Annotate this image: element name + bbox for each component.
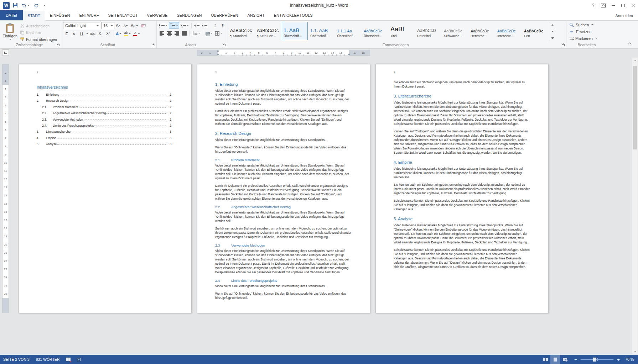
proofing-status-button[interactable]	[63, 355, 74, 364]
ribbon-display-options-button[interactable]	[598, 0, 608, 11]
first-line-indent-marker[interactable]	[217, 51, 219, 52]
font-color-button[interactable]: A	[132, 30, 141, 37]
zoom-slider[interactable]	[581, 357, 613, 362]
tab-ansicht[interactable]: ANSICHT	[243, 10, 269, 20]
tab-verweise[interactable]: VERWEISE	[142, 10, 172, 20]
help-button[interactable]: ?	[588, 0, 598, 11]
change-case-button[interactable]: Aa	[130, 22, 139, 29]
copy-button[interactable]: Kopieren	[19, 30, 58, 36]
paragraph-dialog-launcher[interactable]	[222, 43, 226, 47]
page-3[interactable]: 3 Sie können auch ein Stichwort eingeben…	[375, 64, 549, 313]
select-button[interactable]: Markieren	[570, 35, 597, 41]
horizontal-ruler[interactable]: 21 123456789101112131415 1718	[197, 50, 370, 56]
style-card-überschrif-[interactable]: 1.1.1 AaÜberschrif...	[335, 22, 361, 40]
style-card-hervorhe-[interactable]: AaBbCcDcHervorhe...	[469, 22, 495, 40]
highlight-button[interactable]: ab	[123, 30, 132, 37]
zoom-out-button[interactable]: −	[573, 357, 578, 362]
numbering-button[interactable]	[169, 22, 179, 29]
toc-entry[interactable]: 2.2.Angestrebter wissenschaftlicher Beit…	[37, 111, 171, 117]
clipboard-dialog-launcher[interactable]	[56, 43, 60, 47]
save-button[interactable]	[12, 1, 18, 9]
vertical-scrollbar[interactable]	[632, 58, 638, 354]
right-indent-marker[interactable]	[348, 53, 351, 55]
tab-einf-gen[interactable]: EINFÜGEN	[45, 10, 75, 20]
style-card--standard[interactable]: AaBbCcDc¶ Standard	[228, 22, 254, 40]
increase-indent-button[interactable]	[201, 22, 208, 29]
style-card-schwache-[interactable]: AaBbCcDcSchwache...	[442, 22, 468, 40]
strikethrough-button[interactable]: abc	[89, 30, 97, 37]
toc-entry[interactable]: 2.4.Limite des Forschungsprojekts2	[37, 124, 171, 130]
align-center-button[interactable]	[166, 30, 173, 37]
zoom-level[interactable]: 70 %	[624, 357, 638, 362]
styles-dialog-launcher[interactable]	[561, 43, 565, 47]
borders-button[interactable]	[214, 30, 223, 37]
web-layout-button[interactable]	[560, 355, 570, 364]
text-effects-button[interactable]: A	[115, 30, 123, 37]
line-spacing-button[interactable]	[191, 30, 201, 37]
sign-in-link[interactable]: Anmelden	[610, 11, 638, 20]
style-card-fett[interactable]: AaBbCcDcFett	[522, 22, 548, 40]
grow-font-button[interactable]: A	[115, 22, 122, 29]
toc-entry[interactable]: 1.Einleitung2	[37, 93, 171, 99]
scrollbar-thumb[interactable]	[633, 66, 637, 149]
align-left-button[interactable]	[158, 30, 165, 37]
tab-start[interactable]: START	[23, 11, 45, 21]
toc-entry[interactable]: 2.3.Verwendete Methoden2	[37, 118, 171, 124]
gallery-scroll-down-button[interactable]	[550, 28, 555, 35]
page-2[interactable]: 2 1. EinleitungVideo bietet eine leistun…	[197, 64, 370, 313]
cut-button[interactable]: Ausschneiden	[19, 23, 58, 29]
toc-entry[interactable]: 3.Literaturrecherche3	[37, 130, 171, 136]
style-card-überschrif-[interactable]: 1. AaBÜberschrif...	[282, 22, 308, 40]
page-indicator[interactable]: SEITE 2 VON 3	[0, 355, 33, 364]
tab-datei[interactable]: DATEI	[0, 10, 23, 20]
scrollbar-up-button[interactable]	[632, 58, 638, 63]
vertical-ruler[interactable]: 21 1234567891011121314151617181920212223…	[2, 64, 9, 313]
page-1[interactable]: 1 Inhaltsverzeichnis 1.Einleitung22.Rese…	[19, 64, 192, 313]
style-card-überschrif-[interactable]: 1.1. AaBÜberschrif...	[308, 22, 334, 40]
shading-button[interactable]	[204, 30, 214, 37]
left-indent-marker[interactable]	[217, 53, 219, 55]
replace-button[interactable]: abErsetzen	[570, 28, 591, 35]
undo-button[interactable]	[21, 1, 30, 9]
bold-button[interactable]: F	[63, 30, 70, 37]
minimize-button[interactable]	[608, 0, 618, 11]
font-size-select[interactable]: 16	[101, 22, 114, 29]
tab-sendungen[interactable]: SENDUNGEN	[172, 10, 206, 20]
word-count[interactable]: 831 WÖRTER	[33, 355, 63, 364]
toc-entry[interactable]: 4.Empirie3	[37, 136, 171, 142]
toc-entry[interactable]: 2.1.Problem statement2	[37, 105, 171, 111]
format-painter-button[interactable]: Format übertragen	[19, 36, 58, 42]
style-card-intensive-[interactable]: AaBbCcDcIntensive...	[496, 22, 522, 40]
scrollbar-down-button[interactable]	[632, 349, 638, 354]
tab-entwicklertools[interactable]: ENTWICKLERTOOLS	[269, 10, 317, 20]
scrollbar-track[interactable]	[632, 63, 638, 349]
collapse-ribbon-button[interactable]	[627, 41, 632, 46]
zoom-in-button[interactable]: +	[616, 357, 621, 362]
macro-record-button[interactable]	[74, 355, 84, 364]
paragraph-marks-button[interactable]: ¶	[219, 22, 226, 29]
font-name-select[interactable]: Calibri Light	[63, 22, 100, 29]
style-card-titel[interactable]: AaBlTitel	[389, 22, 415, 40]
multilevel-list-button[interactable]	[180, 22, 190, 29]
paste-button[interactable]: Einfügen	[1, 21, 19, 42]
italic-button[interactable]: K	[71, 30, 78, 37]
zoom-slider-thumb[interactable]	[593, 358, 596, 362]
underline-button[interactable]: U	[78, 30, 85, 37]
read-mode-button[interactable]	[541, 355, 550, 364]
print-layout-button[interactable]	[550, 355, 560, 364]
font-dialog-launcher[interactable]	[152, 43, 155, 47]
tab-selector[interactable]	[2, 49, 9, 56]
decrease-indent-button[interactable]	[193, 22, 201, 29]
redo-button[interactable]	[33, 1, 39, 9]
justify-button[interactable]	[181, 30, 188, 37]
close-button[interactable]	[628, 0, 638, 11]
superscript-button[interactable]: X²	[104, 30, 111, 37]
gallery-more-button[interactable]	[550, 35, 555, 41]
tab-entwurf[interactable]: ENTWURF	[74, 10, 103, 20]
qat-customize-button[interactable]	[42, 1, 46, 9]
toc-entry[interactable]: 2.Research Design2	[37, 99, 171, 105]
sort-button[interactable]	[212, 22, 219, 29]
align-right-button[interactable]	[173, 30, 180, 37]
shrink-font-button[interactable]: A	[122, 22, 129, 29]
clear-formatting-button[interactable]	[140, 22, 147, 29]
